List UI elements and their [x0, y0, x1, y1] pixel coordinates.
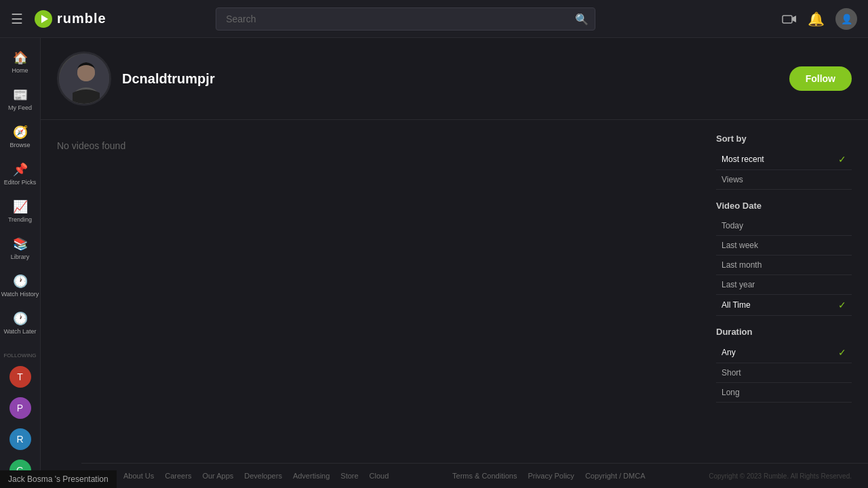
logo-text: rumble: [57, 11, 106, 26]
upload-icon: [782, 12, 797, 26]
date-option-label: Last year: [722, 280, 755, 289]
video-date-section: Video Date Today Last week Last month La…: [716, 201, 852, 316]
sidebar-item-label: Browse: [9, 142, 30, 148]
upload-button[interactable]: [782, 12, 797, 26]
duration-option-any[interactable]: Any ✓: [716, 342, 852, 363]
browse-icon: 🧭: [13, 125, 28, 140]
videos-area: No videos found: [57, 134, 703, 413]
footer-link-copyright[interactable]: Copyright / DMCA: [585, 472, 646, 480]
notifications-button[interactable]: 🔔: [808, 11, 825, 27]
video-date-title: Video Date: [716, 201, 852, 211]
watch-history-icon: 🕐: [13, 274, 28, 289]
svg-rect-2: [783, 16, 792, 23]
sidebar-item-myfeed[interactable]: 📰 My Feed: [0, 81, 40, 118]
footer-link-cloud[interactable]: Cloud: [370, 472, 389, 480]
svg-marker-3: [792, 16, 796, 22]
following-label: Following: [3, 350, 36, 361]
topbar: ☰ rumble 🔍 🔔 👤: [0, 0, 868, 38]
search-input[interactable]: [216, 7, 595, 30]
sidebar-item-label: Library: [11, 253, 30, 260]
main-content: Dcnaldtrumpjr Follow No videos found Sor…: [41, 38, 868, 488]
sidebar-item-trending[interactable]: 📈 Trending: [0, 192, 40, 230]
search-button[interactable]: 🔍: [575, 12, 589, 25]
sort-option-views[interactable]: Views: [716, 170, 852, 190]
sidebar-item-label: Editor Picks: [4, 179, 37, 186]
sidebar-item-label: Watch Later: [3, 328, 36, 335]
following-avatar-2[interactable]: P: [9, 392, 31, 424]
profile-avatar: [57, 52, 111, 106]
profile-avatar-image: [59, 54, 111, 106]
duration-title: Duration: [716, 327, 852, 337]
sort-by-section: Sort by Most recent ✓ Views: [716, 134, 852, 190]
footer-link-about[interactable]: About Us: [123, 472, 154, 480]
footer-link-store[interactable]: Store: [340, 472, 358, 480]
profile-header: Dcnaldtrumpjr Follow: [41, 38, 868, 120]
sort-option-most-recent[interactable]: Most recent ✓: [716, 149, 852, 170]
library-icon: 📚: [13, 237, 28, 251]
duration-option-label: Short: [722, 368, 741, 378]
watch-later-icon: 🕐: [13, 311, 28, 326]
logo[interactable]: rumble: [34, 9, 106, 28]
footer-center-links: Terms & Conditions Privacy Policy Copyri…: [452, 472, 645, 480]
content-area: No videos found Sort by Most recent ✓ Vi…: [41, 120, 868, 427]
search-container: 🔍: [216, 7, 595, 30]
sidebar-item-label: Trending: [8, 216, 32, 223]
date-option-last-year[interactable]: Last year: [716, 275, 852, 295]
no-videos-text: No videos found: [57, 134, 703, 158]
duration-option-short[interactable]: Short: [716, 363, 852, 383]
following-avatar-1[interactable]: T: [9, 361, 31, 392]
footer-link-terms[interactable]: Terms & Conditions: [452, 472, 517, 480]
sidebar-item-browse[interactable]: 🧭 Browse: [0, 118, 40, 155]
date-option-label: Last month: [722, 260, 762, 270]
date-option-label: All Time: [722, 300, 751, 310]
check-icon: ✓: [838, 347, 846, 358]
footer-link-developers[interactable]: Developers: [244, 472, 282, 480]
trending-icon: 📈: [13, 199, 28, 214]
footer-copyright: Copyright © 2023 Rumble. All Rights Rese…: [709, 472, 852, 480]
date-option-all-time[interactable]: All Time ✓: [716, 295, 852, 316]
sidebar-item-watch-later[interactable]: 🕐 Watch Later: [0, 304, 40, 342]
editor-picks-icon: 📌: [13, 162, 28, 177]
date-option-label: Today: [722, 221, 743, 230]
sidebar-item-label: Home: [12, 67, 28, 74]
sidebar-item-label: Watch History: [1, 291, 39, 298]
check-icon: ✓: [838, 154, 846, 165]
follow-button[interactable]: Follow: [789, 66, 852, 91]
myfeed-icon: 📰: [13, 87, 28, 102]
home-icon: 🏠: [13, 50, 28, 65]
date-option-label: Last week: [722, 241, 758, 250]
bottom-bar: Jack Bosma 's Presentation: [0, 470, 117, 488]
sidebar-item-home[interactable]: 🏠 Home: [0, 43, 40, 81]
profile-avatar-wrap: [57, 52, 111, 106]
hamburger-button[interactable]: ☰: [11, 11, 23, 27]
sort-option-label: Most recent: [722, 155, 764, 164]
date-option-today[interactable]: Today: [716, 216, 852, 236]
sidebar-item-editor-picks[interactable]: 📌 Editor Picks: [0, 155, 40, 192]
sidebar-item-watch-history[interactable]: 🕐 Watch History: [0, 267, 40, 304]
footer-link-privacy[interactable]: Privacy Policy: [528, 472, 574, 480]
sidebar-item-label: My Feed: [8, 104, 32, 111]
duration-section: Duration Any ✓ Short Long: [716, 327, 852, 403]
sort-panel: Sort by Most recent ✓ Views Video Date T…: [716, 134, 852, 413]
sort-option-label: Views: [722, 175, 743, 184]
footer-link-careers[interactable]: Careers: [165, 472, 191, 480]
sidebar-item-library[interactable]: 📚 Library: [0, 230, 40, 267]
sort-by-title: Sort by: [716, 134, 852, 144]
duration-option-label: Long: [722, 388, 740, 397]
date-option-last-week[interactable]: Last week: [716, 236, 852, 256]
following-avatar-3[interactable]: R: [9, 424, 31, 455]
duration-option-long[interactable]: Long: [716, 383, 852, 403]
sidebar: 🏠 Home 📰 My Feed 🧭 Browse 📌 Editor Picks…: [0, 38, 41, 488]
rumble-logo-icon: [34, 9, 53, 28]
user-avatar-button[interactable]: 👤: [835, 8, 857, 30]
footer-link-apps[interactable]: Our Apps: [202, 472, 233, 480]
duration-option-label: Any: [722, 348, 736, 357]
footer: FAQ About Us Careers Our Apps Developers…: [81, 463, 868, 488]
footer-left-links: FAQ About Us Careers Our Apps Developers…: [98, 472, 389, 480]
bottom-bar-text: Jack Bosma 's Presentation: [8, 474, 108, 484]
footer-link-advertising[interactable]: Advertising: [293, 472, 330, 480]
topbar-right: 🔔 👤: [782, 8, 857, 30]
date-option-last-month[interactable]: Last month: [716, 256, 852, 275]
profile-username: Dcnaldtrumpjr: [122, 71, 215, 87]
check-icon: ✓: [838, 300, 846, 310]
